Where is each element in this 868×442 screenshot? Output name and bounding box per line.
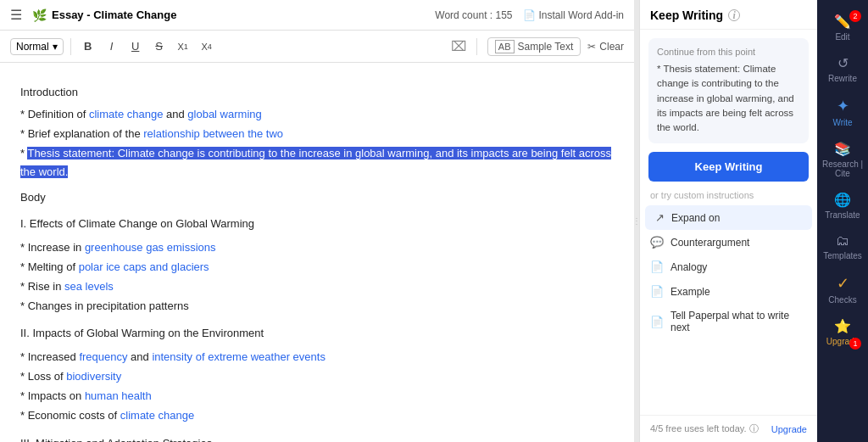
nav-translate-label: Translate	[825, 210, 860, 220]
continue-label: Continue from this point	[657, 47, 800, 57]
continue-box: Continue from this point * Thesis statem…	[648, 38, 809, 143]
nav-rewrite[interactable]: ↺ Rewrite	[817, 48, 868, 90]
upgrade-badge: 1	[849, 338, 861, 350]
top-bar: ☰ 🌿 Essay - Climate Change Word count : …	[0, 0, 634, 31]
install-icon: 📄	[523, 9, 536, 21]
doc-title-area: 🌿 Essay - Climate Change	[32, 8, 176, 22]
strikethrough-button[interactable]: S	[149, 36, 170, 57]
tell-paperpal-option[interactable]: 📄 Tell Paperpal what to write next	[640, 304, 817, 339]
install-addon[interactable]: 📄 Install Word Add-in	[523, 9, 625, 21]
doc-icon: 🌿	[32, 8, 47, 22]
subsection-3: III. Mitigation and Adaptation Strategie…	[20, 434, 614, 443]
counterargument-icon: 💬	[650, 236, 664, 249]
tell-paperpal-icon: 📄	[650, 316, 664, 328]
word-count: Word count : 155	[435, 9, 512, 21]
nav-edit-label: Edit	[835, 32, 849, 42]
keep-writing-button[interactable]: Keep Writing	[648, 152, 809, 182]
chevron-down-icon: ▾	[53, 41, 58, 53]
italic-button[interactable]: I	[102, 36, 122, 57]
edit-icon: ✏️	[834, 14, 851, 30]
nav-research-label: Research | Cite	[821, 159, 865, 178]
footer-upgrade-link[interactable]: Upgrade	[771, 424, 807, 434]
expand-on-option[interactable]: ↗ Expand on	[645, 205, 812, 230]
nav-write[interactable]: ✦ Write	[817, 90, 868, 134]
bullet-4: * Melting of polar ice caps and glaciers	[20, 258, 614, 277]
superscript-button[interactable]: X1	[173, 36, 193, 57]
nav-upgrade[interactable]: ⭐ Upgrade	[817, 311, 868, 353]
panel-header: Keep Writing i	[640, 0, 817, 30]
doc-title: Essay - Climate Change	[52, 8, 176, 21]
rewrite-icon: ↺	[837, 55, 849, 71]
analogy-label: Analogy	[670, 261, 707, 273]
nav-checks[interactable]: ✓ Checks	[817, 267, 868, 311]
ab-icon: AB	[495, 40, 515, 53]
analogy-option[interactable]: 📄 Analogy	[640, 255, 817, 279]
info-icon[interactable]: i	[728, 9, 740, 21]
panel-title: Keep Writing	[650, 8, 723, 22]
write-icon: ✦	[837, 97, 849, 115]
bullet-5: * Rise in sea levels	[20, 277, 614, 296]
toolbar-divider-2	[476, 38, 477, 55]
bullet-3: * Increase in greenhouse gas emissions	[20, 238, 614, 257]
bullet-10: * Economic costs of climate change	[20, 406, 614, 425]
bullet-1: * Definition of climate change and globa…	[20, 105, 614, 124]
counterargument-option[interactable]: 💬 Counterargument	[640, 230, 817, 255]
clear-button[interactable]: ✂ Clear	[587, 41, 624, 53]
body-heading: Body	[20, 188, 614, 207]
clear-format-icon[interactable]: ⌧	[451, 38, 466, 54]
underline-button[interactable]: U	[125, 36, 146, 57]
custom-instructions-label: or try custom instructions	[640, 187, 817, 205]
nav-translate[interactable]: 🌐 Translate	[817, 185, 868, 227]
templates-icon: 🗂	[836, 233, 849, 249]
nav-rewrite-label: Rewrite	[828, 74, 857, 83]
nav-templates-label: Templates	[823, 251, 862, 260]
nav-upgrade-wrapper: ⭐ Upgrade 1	[817, 311, 868, 353]
editor-toolbar: Normal ▾ B I U S X1 X4 ⌧ AB Sample Text …	[0, 31, 634, 63]
example-icon: 📄	[650, 285, 664, 298]
expand-icon: ↗	[655, 211, 665, 224]
bullet-8: * Loss of biodiversity	[20, 367, 614, 386]
toolbar-right: ⌧ AB Sample Text ✂ Clear	[451, 37, 624, 56]
nav-research[interactable]: 📚 Research | Cite	[817, 134, 868, 185]
thesis-selected: * Thesis statement: Climate change is co…	[20, 144, 614, 182]
far-right-nav: ✏️ Edit 2 ↺ Rewrite ✦ Write 📚 Research |…	[817, 0, 868, 442]
toolbar-divider-1	[70, 38, 71, 55]
subscript-button[interactable]: X4	[197, 36, 217, 57]
sample-text-button[interactable]: AB Sample Text	[487, 37, 581, 56]
research-icon: 📚	[834, 141, 851, 157]
example-label: Example	[670, 286, 710, 298]
intro-heading: Introduction	[20, 83, 614, 102]
bullet-6: * Changes in precipitation patterns	[20, 297, 614, 316]
subsection-1: I. Effects of Climate Change on Global W…	[20, 215, 614, 233]
expand-label: Expand on	[671, 212, 720, 224]
bold-button[interactable]: B	[78, 36, 98, 57]
bullet-9: * Impacts on human health	[20, 387, 614, 406]
upgrade-icon: ⭐	[834, 318, 851, 334]
nav-templates[interactable]: 🗂 Templates	[817, 227, 868, 267]
tell-paperpal-label: Tell Paperpal what to write next	[670, 310, 807, 333]
example-option[interactable]: 📄 Example	[640, 279, 817, 304]
scissor-icon: ✂	[587, 41, 596, 53]
style-select[interactable]: Normal ▾	[10, 38, 64, 55]
counterargument-label: Counterargument	[670, 237, 749, 249]
editor-content[interactable]: Introduction * Definition of climate cha…	[0, 63, 634, 442]
hamburger-menu[interactable]: ☰	[10, 7, 22, 23]
translate-icon: 🌐	[834, 192, 851, 208]
nav-edit-wrapper: ✏️ Edit 2	[817, 7, 868, 48]
bullet-7: * Increased frequency and intensity of e…	[20, 348, 614, 366]
right-panel: Keep Writing i Continue from this point …	[639, 0, 817, 442]
subsection-2: II. Impacts of Global Warming on the Env…	[20, 324, 614, 343]
thesis-preview: * Thesis statement: Climate change is co…	[657, 62, 800, 135]
nav-checks-label: Checks	[828, 295, 856, 305]
nav-write-label: Write	[832, 118, 852, 127]
free-uses-text: 4/5 free uses left today. ⓘ	[650, 422, 759, 435]
panel-footer: 4/5 free uses left today. ⓘ Upgrade	[640, 415, 817, 442]
analogy-icon: 📄	[650, 260, 664, 273]
checks-icon: ✓	[837, 274, 849, 293]
edit-badge: 2	[849, 10, 861, 22]
bullet-2: * Brief explanation of the relationship …	[20, 125, 614, 143]
